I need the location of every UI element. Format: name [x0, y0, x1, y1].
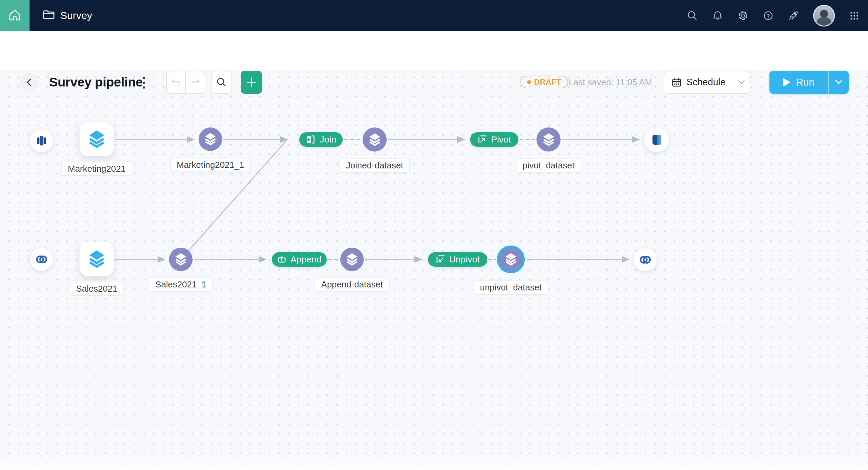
- undo-button[interactable]: [167, 71, 186, 93]
- layers-icon: [204, 132, 217, 146]
- bell-icon[interactable]: [712, 10, 723, 21]
- schedule-button[interactable]: Schedule: [664, 71, 733, 93]
- database-destination-icon: [650, 133, 663, 147]
- layers-icon: [504, 253, 518, 266]
- help-icon[interactable]: ?: [763, 10, 774, 21]
- home-button[interactable]: [0, 0, 30, 31]
- node-label[interactable]: Joined-dataset: [339, 158, 410, 173]
- schedule-button-group: Schedule: [664, 71, 750, 94]
- node-label[interactable]: pivot_dataset: [516, 158, 581, 173]
- link-rings-icon: [35, 253, 48, 266]
- database-source-icon: [35, 134, 48, 147]
- dataset-node-joined-dataset[interactable]: [363, 127, 387, 152]
- dataset-node-append-dataset[interactable]: [340, 248, 364, 271]
- svg-text:?: ?: [767, 13, 770, 19]
- chevron-left-icon: [25, 78, 33, 86]
- dataset-node-pivot-dataset[interactable]: [536, 127, 561, 152]
- transform-label: Pivot: [491, 134, 511, 145]
- layers-icon: [87, 130, 106, 149]
- status-text: DRAFT: [534, 77, 561, 87]
- add-node-button[interactable]: [241, 71, 262, 94]
- schedule-label: Schedule: [687, 77, 725, 88]
- last-saved-text: Last saved: 11:05 AM: [569, 77, 652, 87]
- dataset-node-marketing2021[interactable]: [80, 122, 114, 156]
- layers-icon: [345, 253, 359, 266]
- more-menu-icon[interactable]: [140, 75, 148, 90]
- dataprep-pipeline-app: Survey: [0, 0, 868, 470]
- pipeline-header: Survey pipeline: [0, 31, 868, 70]
- gear-icon[interactable]: [737, 10, 749, 21]
- topbar-actions: ?: [687, 0, 860, 31]
- node-label[interactable]: Append-dataset: [315, 278, 390, 292]
- transform-node-append[interactable]: Append: [272, 252, 327, 267]
- header-divider: [651, 73, 652, 91]
- home-icon: [8, 8, 22, 23]
- search-icon: [216, 77, 227, 88]
- transform-label: Unpivot: [449, 254, 480, 264]
- source-connector-zoho[interactable]: [30, 248, 53, 271]
- transform-label: Join: [320, 134, 336, 145]
- transform-node-pivot[interactable]: Pivot: [470, 132, 518, 147]
- source-connector-database[interactable]: [30, 129, 53, 152]
- redo-button[interactable]: [186, 71, 205, 93]
- breadcrumb[interactable]: Survey: [43, 9, 92, 22]
- destination-connector-database[interactable]: [644, 127, 669, 152]
- undo-icon: [171, 77, 181, 87]
- node-label[interactable]: Sales2021: [69, 282, 124, 296]
- status-badge: DRAFT: [521, 75, 568, 88]
- link-rings-icon: [639, 253, 652, 266]
- undo-redo-group: [166, 71, 205, 94]
- pipeline-canvas[interactable]: [0, 70, 868, 470]
- layers-icon: [542, 133, 555, 147]
- chevron-down-icon: [738, 80, 745, 84]
- chevron-down-icon: [835, 80, 842, 85]
- project-name: Survey: [60, 10, 92, 21]
- run-label: Run: [796, 76, 814, 88]
- pivot-icon: [477, 135, 487, 144]
- dataset-node-sales2021[interactable]: [80, 242, 114, 276]
- canvas-search-button[interactable]: [211, 71, 232, 94]
- dataset-node-marketing2021-1[interactable]: [198, 127, 222, 151]
- run-dropdown-button[interactable]: [828, 71, 849, 94]
- transform-node-unpivot[interactable]: Unpivot: [428, 252, 487, 267]
- plus-icon: [246, 76, 257, 88]
- transform-label: Append: [290, 254, 321, 264]
- append-icon: [277, 255, 287, 264]
- node-label[interactable]: unpivot_dataset: [473, 281, 549, 295]
- layers-icon: [174, 253, 187, 266]
- calendar-icon: [672, 77, 682, 87]
- play-icon: [783, 78, 790, 87]
- search-icon[interactable]: [687, 10, 698, 21]
- run-button-group: Run: [770, 71, 849, 94]
- dataset-node-sales2021-1[interactable]: [169, 248, 193, 271]
- destination-connector-zoho[interactable]: [634, 248, 657, 271]
- topbar: Survey: [0, 0, 868, 31]
- join-icon: [306, 134, 316, 145]
- run-button[interactable]: Run: [770, 71, 828, 94]
- transform-node-join[interactable]: Join: [299, 132, 343, 147]
- dataset-node-unpivot-dataset-selected[interactable]: [497, 246, 525, 273]
- apps-grid-icon[interactable]: [849, 10, 860, 21]
- node-label[interactable]: Marketing2021_1: [170, 158, 251, 172]
- layers-icon: [87, 250, 106, 269]
- folder-icon: [43, 9, 55, 22]
- redo-icon: [190, 77, 200, 87]
- rocket-icon[interactable]: [788, 10, 799, 21]
- schedule-dropdown-button[interactable]: [733, 71, 749, 93]
- layers-icon: [368, 133, 381, 147]
- avatar[interactable]: [813, 5, 835, 27]
- back-button[interactable]: [20, 73, 38, 92]
- status-dot: [527, 80, 531, 84]
- page-title: Survey pipeline: [49, 75, 143, 90]
- node-label[interactable]: Marketing2021: [61, 162, 132, 176]
- node-label[interactable]: Sales2021_1: [149, 278, 213, 292]
- unpivot-icon: [435, 255, 445, 264]
